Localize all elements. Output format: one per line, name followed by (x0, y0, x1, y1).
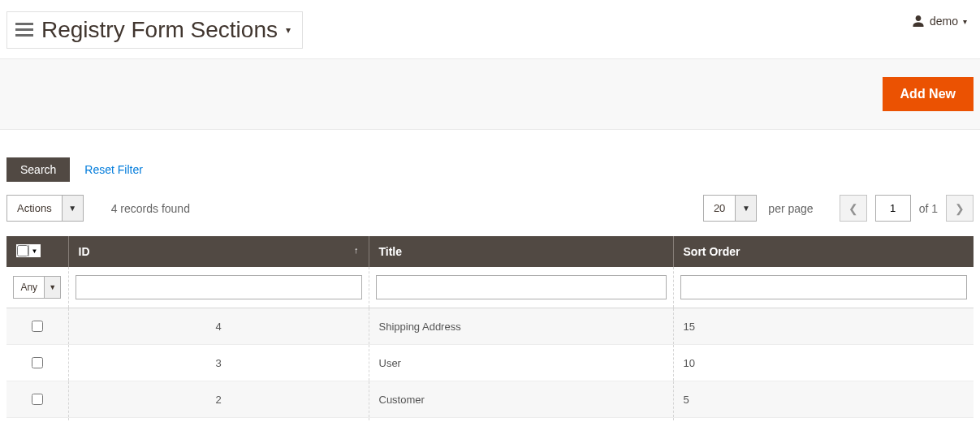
cell-id: 4 (68, 308, 369, 345)
add-new-button[interactable]: Add New (883, 77, 974, 111)
user-icon (912, 15, 925, 28)
prev-page-button[interactable]: ❮ (840, 195, 867, 222)
caret-down-icon: ▼ (62, 196, 83, 221)
hamburger-icon (15, 23, 33, 37)
table-row[interactable]: 1Details0 (6, 418, 974, 423)
filter-checkbox-dropdown[interactable]: Any ▼ (13, 276, 61, 299)
user-name: demo (930, 15, 958, 28)
actions-label: Actions (7, 196, 62, 221)
sort-asc-icon: ↑ (354, 245, 359, 255)
data-grid: ▼ ID ↑ Title Sort Order Any ▼ (6, 236, 974, 422)
filter-title-input[interactable] (376, 275, 667, 299)
per-page-label: per page (768, 202, 813, 215)
chevron-right-icon: ❯ (955, 202, 965, 215)
records-found: 4 records found (111, 202, 190, 215)
page-input[interactable] (875, 195, 911, 222)
column-header-id[interactable]: ID ↑ (68, 236, 369, 267)
cell-id: 3 (68, 345, 369, 381)
caret-down-icon: ▼ (28, 245, 40, 256)
filter-sort-order-input[interactable] (680, 275, 968, 299)
cell-id: 2 (68, 381, 369, 418)
cell-sort-order: 5 (673, 381, 974, 418)
table-row[interactable]: 4Shipping Address15 (6, 308, 974, 345)
cell-sort-order: 15 (673, 308, 974, 345)
reset-filter-link[interactable]: Reset Filter (84, 163, 143, 176)
filter-id-input[interactable] (76, 275, 362, 299)
page-title-menu[interactable]: Registry Form Sections ▾ (6, 11, 303, 49)
per-page-value: 20 (704, 196, 735, 221)
page-title: Registry Form Sections (41, 17, 278, 43)
select-all-checkbox[interactable] (17, 245, 28, 256)
cell-title: User (369, 345, 673, 381)
page-of: of 1 (919, 202, 938, 215)
column-header-sort-order[interactable]: Sort Order (673, 236, 974, 267)
caret-down-icon: ▾ (286, 24, 291, 36)
cell-title: Customer (369, 381, 673, 418)
table-row[interactable]: 3User10 (6, 345, 974, 381)
per-page-dropdown[interactable]: 20 ▼ (703, 195, 757, 222)
cell-title: Details (369, 418, 673, 423)
row-checkbox[interactable] (32, 321, 43, 332)
column-header-checkbox[interactable]: ▼ (6, 236, 68, 267)
cell-sort-order: 10 (673, 345, 974, 381)
cell-sort-order: 0 (673, 418, 974, 423)
row-checkbox[interactable] (32, 394, 43, 405)
search-button[interactable]: Search (6, 157, 70, 182)
caret-down-icon: ▼ (44, 277, 60, 298)
column-header-title[interactable]: Title (369, 236, 673, 267)
actions-dropdown[interactable]: Actions ▼ (6, 195, 84, 222)
next-page-button[interactable]: ❯ (946, 195, 974, 222)
cell-title: Shipping Address (369, 308, 673, 345)
row-checkbox[interactable] (32, 357, 43, 368)
user-menu[interactable]: demo ▾ (905, 11, 974, 31)
chevron-left-icon: ❮ (848, 202, 858, 215)
caret-down-icon: ▼ (735, 196, 756, 221)
cell-id: 1 (68, 418, 369, 423)
table-row[interactable]: 2Customer5 (6, 381, 974, 418)
caret-down-icon: ▾ (963, 17, 967, 26)
